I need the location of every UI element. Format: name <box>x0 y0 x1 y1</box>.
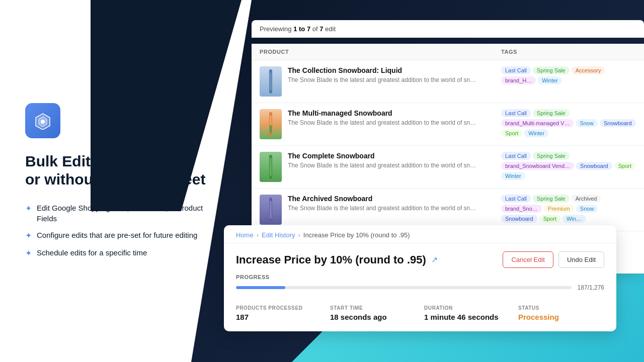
product-details-multi: The Multi-managed Snowboard The Snow Bla… <box>288 109 501 126</box>
product-name-liquid: The Collection Snowboard: Liquid <box>288 66 501 74</box>
product-info-archived: The Archived Snowboard The Snow Blade is… <box>260 195 501 225</box>
tag: Last Call <box>501 152 531 160</box>
stat-status-value: Processing <box>518 313 604 321</box>
tag: Spring Sale <box>533 152 570 160</box>
stat-status: STATUS Processing <box>518 305 604 321</box>
feature-bullet-2: ✦ <box>25 230 32 241</box>
undo-edit-button[interactable]: Undo Edit <box>558 251 604 268</box>
edit-panel: Home › Edit History › Increase Price by … <box>224 225 616 331</box>
tags-archived: Last Call Spring Sale Archived brand_Sno… <box>501 195 636 223</box>
breadcrumb-edit-history[interactable]: Edit History <box>262 231 295 239</box>
feature-list: ✦ Edit Google Shopping data, Metafields,… <box>25 203 211 259</box>
external-link-icon[interactable]: ↗ <box>431 255 438 264</box>
progress-count: 187/1,276 <box>578 284 604 291</box>
stat-products-processed-label: PRODUCTS PROCESSED <box>236 305 322 311</box>
tag: Winter <box>524 129 548 137</box>
product-info-multi: The Multi-managed Snowboard The Snow Bla… <box>260 109 501 139</box>
col-header-tags: TAGS <box>501 49 636 55</box>
edit-panel-header: Increase Price by 10% (round to .95) ↗ C… <box>224 243 616 274</box>
product-details-archived: The Archived Snowboard The Snow Blade is… <box>288 195 501 212</box>
svg-rect-7 <box>270 125 272 133</box>
svg-rect-9 <box>270 158 272 176</box>
preview-text-after: edit <box>323 25 336 33</box>
tag: Winter <box>501 172 525 180</box>
table-row: The Collection Snowboard: Liquid The Sno… <box>252 60 644 103</box>
svg-rect-11 <box>270 201 272 219</box>
tag: Winter <box>538 76 562 84</box>
tag: brand_H… <box>501 76 536 84</box>
tag: Spring Sale <box>533 109 570 117</box>
stat-duration-value: 1 minute 46 seconds <box>424 313 510 321</box>
product-details-complete: The Complete Snowboard The Snow Blade is… <box>288 152 501 169</box>
product-info-liquid: The Collection Snowboard: Liquid The Sno… <box>260 66 501 97</box>
feature-text-1: Edit Google Shopping data, Metafields, &… <box>37 203 211 224</box>
tag: Sport <box>501 129 522 137</box>
product-name-complete: The Complete Snowboard <box>288 152 501 160</box>
svg-point-2 <box>41 120 45 124</box>
tag: Sport <box>539 215 560 223</box>
cancel-edit-button[interactable]: Cancel Edit <box>503 251 553 268</box>
table-header: PRODUCT TAGS <box>252 44 644 60</box>
tag: Archived <box>572 195 601 203</box>
progress-bar-fill <box>236 286 285 289</box>
tag: Snowboard <box>501 215 537 223</box>
progress-label: PROGRESS <box>236 274 604 280</box>
svg-rect-6 <box>270 115 272 125</box>
product-desc-complete: The Snow Blade is the latest and greates… <box>288 162 479 169</box>
tag: Snowboard <box>576 162 612 170</box>
product-image-liquid <box>260 66 282 97</box>
tag: Snowboard <box>600 119 636 127</box>
tags-liquid: Last Call Spring Sale Accessory brand_H…… <box>501 66 636 84</box>
breadcrumb-home[interactable]: Home <box>236 231 254 239</box>
main-title: Bulk Edit Products with or without a Spr… <box>25 152 211 189</box>
stat-status-label: STATUS <box>518 305 604 311</box>
preview-header: Previewing 1 to 7 of 7 edit <box>252 20 644 38</box>
tag: Accessory <box>572 66 605 74</box>
stat-start-time-label: START TIME <box>330 305 416 311</box>
breadcrumb-sep-2: › <box>298 231 300 239</box>
product-desc-liquid: The Snow Blade is the latest and greates… <box>288 76 479 83</box>
product-info-complete: The Complete Snowboard The Snow Blade is… <box>260 152 501 182</box>
stat-duration-label: DURATION <box>424 305 510 311</box>
edit-title-row: Increase Price by 10% (round to .95) ↗ <box>236 253 438 266</box>
progress-section: PROGRESS 187/1,276 <box>224 274 616 299</box>
tag: Sport <box>614 162 635 170</box>
product-image-archived <box>260 195 282 225</box>
stat-start-time-value: 18 seconds ago <box>330 313 416 321</box>
feature-item-2: ✦ Configure edits that are pre-set for f… <box>25 230 211 241</box>
edit-actions: Cancel Edit Undo Edit <box>503 251 604 268</box>
tag: brand_Multi-managed V… <box>501 119 574 127</box>
stat-duration: DURATION 1 minute 46 seconds <box>424 305 510 321</box>
stats-row: PRODUCTS PROCESSED 187 START TIME 18 sec… <box>224 299 616 321</box>
breadcrumb-sep-1: › <box>257 231 259 239</box>
left-panel: Bulk Edit Products with or without a Spr… <box>0 0 231 362</box>
tag: Win… <box>562 215 586 223</box>
tag: Spring Sale <box>533 195 570 203</box>
feature-bullet-3: ✦ <box>25 248 32 259</box>
product-image-complete <box>260 152 282 182</box>
tag: Last Call <box>501 109 531 117</box>
preview-range: 1 to 7 <box>293 25 310 33</box>
tag: Last Call <box>501 66 531 74</box>
stat-products-processed-value: 187 <box>236 313 322 321</box>
product-details-liquid: The Collection Snowboard: Liquid The Sno… <box>288 66 501 83</box>
feature-item-3: ✦ Schedule edits for a specific time <box>25 247 211 259</box>
feature-text-2: Configure edits that are pre-set for fut… <box>37 230 197 240</box>
col-header-product: PRODUCT <box>260 49 501 55</box>
preview-text-mid: of <box>310 25 319 33</box>
breadcrumb: Home › Edit History › Increase Price by … <box>224 225 616 243</box>
tags-complete: Last Call Spring Sale brand_Snowboard Ve… <box>501 152 636 180</box>
table-row: The Multi-managed Snowboard The Snow Bla… <box>252 103 644 146</box>
stat-products-processed: PRODUCTS PROCESSED 187 <box>236 305 322 321</box>
tag: Spring Sale <box>533 66 570 74</box>
tag: brand_Sno… <box>501 205 542 213</box>
tag: Snow <box>576 119 598 127</box>
svg-rect-4 <box>270 72 272 90</box>
feature-text-3: Schedule edits for a specific time <box>37 247 147 258</box>
product-desc-archived: The Snow Blade is the latest and greates… <box>288 205 479 212</box>
feature-item-1: ✦ Edit Google Shopping data, Metafields,… <box>25 203 211 224</box>
breadcrumb-current: Increase Price by 10% (round to .95) <box>303 231 410 239</box>
tag: brand_Snowboard Vend… <box>501 162 574 170</box>
tag: Snow <box>576 205 598 213</box>
edit-title: Increase Price by 10% (round to .95) <box>236 253 426 266</box>
